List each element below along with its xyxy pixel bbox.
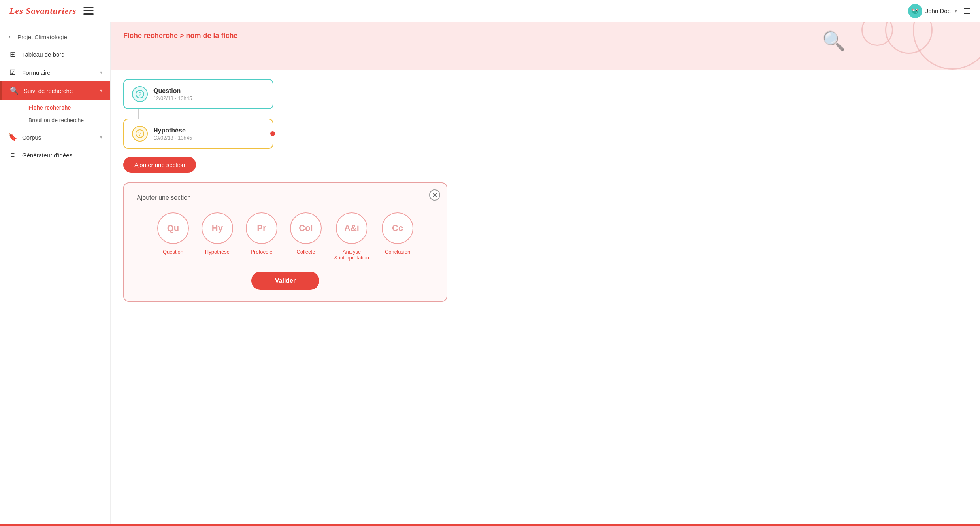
hamburger-menu[interactable] xyxy=(83,7,94,15)
modal-close-button[interactable]: ✕ xyxy=(429,189,440,201)
modal-title: Ajouter une section xyxy=(137,194,434,201)
sidebar-item-corpus[interactable]: 🔖 Corpus ▾ xyxy=(0,128,110,146)
option-hypothese[interactable]: Hy Hypothèse xyxy=(202,212,233,261)
section-options-grid: Qu Question Hy Hypothèse Pr Protocole Co… xyxy=(137,212,434,261)
red-dot-indicator xyxy=(270,131,275,136)
add-section-button[interactable]: Ajouter une section xyxy=(123,157,196,173)
hypothese-emoji-icon: ? xyxy=(132,126,148,142)
question-card-date: 12/02/18 - 13h45 xyxy=(153,95,192,101)
generateur-icon: ≡ xyxy=(8,151,17,159)
corpus-icon: 🔖 xyxy=(8,133,17,142)
option-collecte-circle: Col xyxy=(290,212,322,244)
hypothese-card[interactable]: ? Hypothèse 13/02/18 - 13h45 xyxy=(123,119,273,149)
option-conclusion-circle: Cc xyxy=(382,212,413,244)
question-emoji-icon: ? xyxy=(132,86,148,102)
add-section-modal: Ajouter une section ✕ Qu Question Hy Hyp… xyxy=(123,182,447,302)
svg-point-5 xyxy=(916,10,917,11)
option-conclusion-label: Conclusion xyxy=(385,249,410,255)
svg-text:?: ? xyxy=(138,131,141,137)
tableau-icon: ⊞ xyxy=(8,50,17,59)
option-conclusion[interactable]: Cc Conclusion xyxy=(382,212,413,261)
top-header: Les Savanturiers John Doe xyxy=(0,0,980,22)
formulaire-chevron-icon: ▾ xyxy=(100,70,102,75)
breadcrumb-sep: > xyxy=(178,32,186,40)
sidebar-generateur-label: Générateur d'idées xyxy=(22,152,102,159)
sidebar-formulaire-label: Formulaire xyxy=(22,69,95,76)
sidebar-back-nav[interactable]: ← Projet Climatologie xyxy=(0,28,110,45)
bottom-bar xyxy=(0,524,980,526)
suivi-icon: 🔍 xyxy=(9,86,19,95)
back-arrow-icon: ← xyxy=(8,33,14,40)
suivi-submenu: Fiche recherche Brouillon de recherche xyxy=(0,100,110,128)
option-collecte[interactable]: Col Collecte xyxy=(290,212,322,261)
question-card[interactable]: ? Question 12/02/18 - 13h45 xyxy=(123,79,273,109)
sidebar-corpus-label: Corpus xyxy=(22,134,95,141)
breadcrumb: Fiche recherche > nom de la fiche xyxy=(123,32,967,40)
valider-button[interactable]: Valider xyxy=(251,272,319,290)
deco-circle-3 xyxy=(913,22,980,70)
option-protocole-label: Protocole xyxy=(251,249,272,255)
svg-rect-7 xyxy=(917,8,918,10)
section-connector xyxy=(138,109,139,119)
sidebar-back-label: Projet Climatologie xyxy=(17,34,67,40)
suivi-chevron-icon: ▾ xyxy=(100,88,102,93)
option-question-circle: Qu xyxy=(157,212,189,244)
sidebar-item-formulaire[interactable]: ☑ Formulaire ▾ xyxy=(0,63,110,81)
breadcrumb-part2: nom de la fiche xyxy=(186,32,238,40)
svg-text:?: ? xyxy=(138,91,141,97)
svg-point-4 xyxy=(914,10,914,11)
sidebar-suivi-label: Suivi de recherche xyxy=(24,87,95,94)
hypothese-card-info: Hypothèse 13/02/18 - 13h45 xyxy=(153,127,192,141)
question-card-title: Question xyxy=(153,87,192,95)
hypothese-card-date: 13/02/18 - 13h45 xyxy=(153,135,192,141)
option-hypothese-label: Hypothèse xyxy=(205,249,230,255)
formulaire-icon: ☑ xyxy=(8,68,17,77)
user-info[interactable]: John Doe ▾ xyxy=(908,4,957,18)
svg-rect-6 xyxy=(912,8,913,10)
option-protocole-circle: Pr xyxy=(246,212,277,244)
option-collecte-label: Collecte xyxy=(296,249,315,255)
content-area: ? Question 12/02/18 - 13h45 ? Hypothèse … xyxy=(111,70,980,311)
sidebar-tableau-label: Tableau de bord xyxy=(22,51,102,58)
option-question-label: Question xyxy=(163,249,183,255)
option-analyse[interactable]: A&i Analyse & interprétation xyxy=(334,212,369,261)
option-analyse-circle: A&i xyxy=(336,212,368,244)
user-chevron-icon: ▾ xyxy=(955,8,957,14)
sidebar-item-suivi[interactable]: 🔍 Suivi de recherche ▾ xyxy=(0,81,110,100)
question-card-info: Question 12/02/18 - 13h45 xyxy=(153,87,192,101)
app-logo: Les Savanturiers xyxy=(9,6,76,16)
sidebar-item-generateur[interactable]: ≡ Générateur d'idées xyxy=(0,146,110,164)
hypothese-card-title: Hypothèse xyxy=(153,127,192,134)
sidebar-sub-fiche[interactable]: Fiche recherche xyxy=(22,101,110,114)
avatar xyxy=(908,4,922,18)
main-content: 🔍 Fiche recherche > nom de la fiche ? Qu… xyxy=(111,22,980,524)
corpus-chevron-icon: ▾ xyxy=(100,134,102,140)
page-header-banner: 🔍 Fiche recherche > nom de la fiche xyxy=(111,22,980,70)
breadcrumb-part1: Fiche recherche xyxy=(123,32,178,40)
sidebar: ← Projet Climatologie ⊞ Tableau de bord … xyxy=(0,22,111,524)
main-layout: ← Projet Climatologie ⊞ Tableau de bord … xyxy=(0,22,980,524)
user-name-label: John Doe xyxy=(925,8,951,14)
option-protocole[interactable]: Pr Protocole xyxy=(246,212,277,261)
option-question[interactable]: Qu Question xyxy=(157,212,189,261)
logo-area: Les Savanturiers xyxy=(9,6,94,16)
list-menu-icon[interactable]: ☰ xyxy=(963,6,971,16)
option-analyse-label: Analyse & interprétation xyxy=(334,249,369,261)
sidebar-item-tableau[interactable]: ⊞ Tableau de bord xyxy=(0,45,110,63)
option-hypothese-circle: Hy xyxy=(202,212,233,244)
header-right: John Doe ▾ ☰ xyxy=(908,4,971,18)
sidebar-sub-brouillon[interactable]: Brouillon de recherche xyxy=(22,114,110,127)
